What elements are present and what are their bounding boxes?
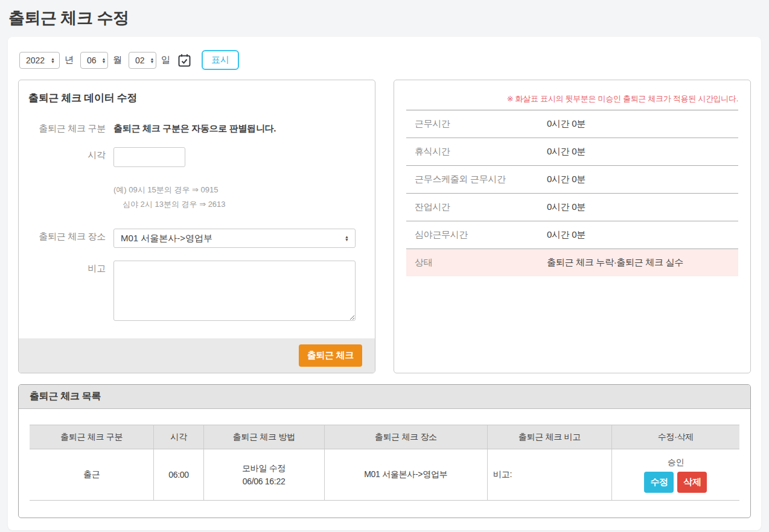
page-title: 출퇴근 체크 수정 (0, 0, 769, 29)
hint-line-1: (예) 09시 15분의 경우 ⇒ 0915 (113, 183, 365, 197)
select-arrows-icon: ▲▼ (150, 57, 155, 63)
method-line-1: 모바일 수정 (204, 461, 324, 475)
cell-time: 06:00 (154, 449, 203, 501)
month-suffix-label: 월 (113, 54, 122, 66)
summary-label: 잔업시간 (415, 201, 547, 213)
summary-row-break-time: 휴식시간 0시간 0분 (406, 138, 738, 166)
time-input[interactable] (113, 147, 185, 167)
summary-value: 0시간 0분 (547, 118, 586, 130)
date-selector-row: 2022 ▲▼ 년 06 ▲▼ 월 02 ▲▼ 일 표시 (19, 50, 751, 70)
check-type-label: 출퇴근 체크 구분 (28, 121, 106, 135)
summary-label: 근무스케줄외 근무시간 (415, 174, 547, 185)
column-header-place: 출퇴근 체크 장소 (324, 425, 487, 449)
year-suffix-label: 년 (65, 54, 74, 66)
column-header-time: 시각 (154, 425, 203, 449)
edit-button[interactable]: 수정 (644, 472, 674, 493)
summary-row-status: 상태 출퇴근 체크 누락·출퇴근 체크 실수 (406, 249, 738, 276)
remark-label: 비고 (28, 261, 106, 274)
approval-status: 승인 (612, 457, 739, 468)
check-place-select[interactable]: M01 서울본사->영업부 ▲▼ (113, 229, 356, 248)
summary-notice: ※ 화살표 표시의 뒷부분은 미승인 출퇴근 체크가 적용된 시간입니다. (406, 89, 738, 110)
day-suffix-label: 일 (161, 54, 170, 66)
form-footer: 출퇴근 체크 (19, 338, 375, 373)
summary-value: 0시간 0분 (547, 174, 586, 185)
column-header-note: 출퇴근 체크 비고 (487, 425, 611, 449)
delete-button[interactable]: 삭제 (677, 472, 707, 493)
summary-row-work-time: 근무시간 0시간 0분 (406, 110, 738, 138)
select-arrows-icon: ▲▼ (345, 235, 349, 241)
summary-row-overtime: 잔업시간 0시간 0분 (406, 194, 738, 221)
time-label: 시각 (28, 147, 106, 161)
cell-check-type: 출근 (30, 449, 154, 501)
calendar-icon[interactable] (177, 54, 192, 67)
day-select[interactable]: 02 ▲▼ (129, 52, 156, 69)
check-list-table: 출퇴근 체크 구분 시각 출퇴근 체크 방법 출퇴근 체크 장소 출퇴근 체크 … (30, 425, 739, 501)
check-submit-button[interactable]: 출퇴근 체크 (299, 344, 362, 367)
remark-textarea[interactable] (113, 261, 356, 321)
summary-value: 0시간 0분 (547, 229, 586, 241)
summary-value: 0시간 0분 (547, 201, 586, 213)
month-select-value: 06 (87, 55, 97, 65)
main-card: 2022 ▲▼ 년 06 ▲▼ 월 02 ▲▼ 일 표시 출퇴근 체크 데 (8, 37, 761, 530)
table-row: 출근 06:00 모바일 수정 06/06 16:22 M01 서울본사->영업… (30, 449, 739, 501)
year-select[interactable]: 2022 ▲▼ (19, 52, 60, 69)
show-button[interactable]: 표시 (202, 50, 239, 70)
cell-note: 비고: (487, 449, 611, 501)
year-select-value: 2022 (26, 55, 45, 65)
hint-line-2: 심야 2시 13분의 경우 ⇒ 2613 (123, 197, 365, 212)
column-header-method: 출퇴근 체크 방법 (203, 425, 324, 449)
edit-form-panel: 출퇴근 체크 데이터 수정 출퇴근 체크 구분 출퇴근 체크 구분은 자동으로 … (18, 80, 375, 373)
select-arrows-icon: ▲▼ (51, 57, 55, 63)
column-header-type: 출퇴근 체크 구분 (30, 425, 154, 449)
time-format-hint: (예) 09시 15분의 경우 ⇒ 0915 심야 2시 13분의 경우 ⇒ 2… (113, 183, 365, 212)
check-type-value: 출퇴근 체크 구분은 자동으로 판별됩니다. (113, 121, 276, 135)
cell-edit-delete: 승인 수정 삭제 (611, 449, 739, 501)
summary-row-night-work: 심야근무시간 0시간 0분 (406, 221, 738, 249)
month-select[interactable]: 06 ▲▼ (80, 52, 108, 69)
method-line-2: 06/06 16:22 (204, 475, 324, 488)
select-arrows-icon: ▲▼ (102, 57, 106, 63)
check-place-label: 출퇴근 체크 장소 (28, 229, 106, 242)
summary-panel: ※ 화살표 표시의 뒷부분은 미승인 출퇴근 체크가 적용된 시간입니다. 근무… (394, 80, 751, 373)
table-header-row: 출퇴근 체크 구분 시각 출퇴근 체크 방법 출퇴근 체크 장소 출퇴근 체크 … (30, 425, 739, 449)
day-select-value: 02 (135, 55, 145, 65)
summary-value: 0시간 0분 (547, 146, 586, 157)
column-header-edit-delete: 수정·삭제 (611, 425, 739, 449)
status-label: 상태 (415, 257, 547, 268)
summary-row-offschedule-time: 근무스케줄외 근무시간 0시간 0분 (406, 166, 738, 194)
cell-method: 모바일 수정 06/06 16:22 (203, 449, 324, 501)
cell-place: M01 서울본사->영업부 (324, 449, 487, 501)
edit-form-title: 출퇴근 체크 데이터 수정 (28, 91, 365, 105)
summary-label: 심야근무시간 (415, 229, 547, 241)
summary-label: 휴식시간 (415, 146, 547, 157)
summary-label: 근무시간 (415, 118, 547, 130)
status-value: 출퇴근 체크 누락·출퇴근 체크 실수 (547, 257, 683, 268)
check-list-panel: 출퇴근 체크 목록 출퇴근 체크 구분 시각 출퇴근 체크 방법 출퇴근 체크 … (18, 384, 751, 518)
check-place-value: M01 서울본사->영업부 (121, 233, 212, 244)
check-list-title: 출퇴근 체크 목록 (19, 385, 750, 409)
